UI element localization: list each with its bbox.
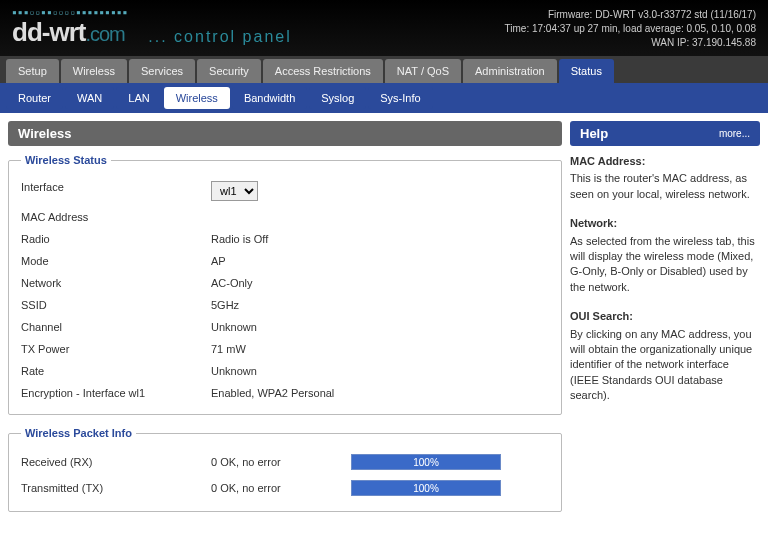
status-row-label: Network xyxy=(21,277,211,289)
main-tab-wireless[interactable]: Wireless xyxy=(61,59,127,83)
packet-info-legend: Wireless Packet Info xyxy=(21,427,136,439)
help-section: OUI Search:By clicking on any MAC addres… xyxy=(570,309,760,403)
status-row-label: TX Power xyxy=(21,343,211,355)
help-more-link[interactable]: more... xyxy=(719,128,750,139)
packet-bar: 100% xyxy=(351,454,501,470)
sub-tabs: RouterWANLANWirelessBandwidthSyslogSys-I… xyxy=(0,83,768,113)
logo-dots: ▪▪▪▫▫▪▪▫▫▫▫▪▪▪▪▪▪▪▪▪ xyxy=(12,8,128,17)
status-row: NetworkAC-Only xyxy=(21,272,549,294)
status-row: SSID5GHz xyxy=(21,294,549,316)
status-row: RateUnknown xyxy=(21,360,549,382)
packet-label: Received (RX) xyxy=(21,456,211,468)
interface-label: Interface xyxy=(21,181,211,201)
help-section-heading: Network: xyxy=(570,216,760,231)
interface-row: Interface wl1 xyxy=(21,176,549,206)
main-tab-security[interactable]: Security xyxy=(197,59,261,83)
packet-bar-fill: 100% xyxy=(352,455,500,469)
status-row-value: 71 mW xyxy=(211,343,246,355)
packet-row: Transmitted (TX)0 OK, no error100% xyxy=(21,475,549,501)
wan-ip-line: WAN IP: 37.190.145.88 xyxy=(505,36,756,50)
status-row-value: Unknown xyxy=(211,321,257,333)
status-row: ChannelUnknown xyxy=(21,316,549,338)
sub-tab-wireless[interactable]: Wireless xyxy=(164,87,230,109)
status-row-label: MAC Address xyxy=(21,211,211,223)
packet-value: 0 OK, no error xyxy=(211,482,351,494)
content-area: Wireless Wireless Status Interface wl1 M… xyxy=(0,113,768,532)
help-title-bar: Help more... xyxy=(570,121,760,146)
main-tab-status[interactable]: Status xyxy=(559,59,614,83)
status-row-label: SSID xyxy=(21,299,211,311)
status-row-label: Channel xyxy=(21,321,211,333)
main-tab-administration[interactable]: Administration xyxy=(463,59,557,83)
packet-value: 0 OK, no error xyxy=(211,456,351,468)
status-row-value: Radio is Off xyxy=(211,233,268,245)
status-row-label: Encryption - Interface wl1 xyxy=(21,387,211,399)
packet-row: Received (RX)0 OK, no error100% xyxy=(21,449,549,475)
help-section: Network:As selected from the wireless ta… xyxy=(570,216,760,295)
right-column: Help more... MAC Address:This is the rou… xyxy=(570,121,760,524)
status-row-value: Enabled, WPA2 Personal xyxy=(211,387,334,399)
status-row-label: Radio xyxy=(21,233,211,245)
logo: ▪▪▪▫▫▪▪▫▫▫▫▪▪▪▪▪▪▪▪▪ dd-wrt.com xyxy=(12,8,128,48)
header-info: Firmware: DD-WRT v3.0-r33772 std (11/16/… xyxy=(505,8,756,50)
help-section-text: By clicking on any MAC address, you will… xyxy=(570,327,760,404)
main-tabs: SetupWirelessServicesSecurityAccess Rest… xyxy=(0,56,768,83)
packet-bar: 100% xyxy=(351,480,501,496)
sub-tab-lan[interactable]: LAN xyxy=(116,87,161,109)
status-row-value: Unknown xyxy=(211,365,257,377)
status-row: ModeAP xyxy=(21,250,549,272)
sub-tab-syslog[interactable]: Syslog xyxy=(309,87,366,109)
wireless-status-legend: Wireless Status xyxy=(21,154,111,166)
status-row-value: 5GHz xyxy=(211,299,239,311)
packet-info-fieldset: Wireless Packet Info Received (RX)0 OK, … xyxy=(8,427,562,512)
sub-tab-bandwidth[interactable]: Bandwidth xyxy=(232,87,307,109)
packet-label: Transmitted (TX) xyxy=(21,482,211,494)
status-row: MAC Address xyxy=(21,206,549,228)
main-tab-nat-qos[interactable]: NAT / QoS xyxy=(385,59,461,83)
time-line: Time: 17:04:37 up 27 min, load average: … xyxy=(505,22,756,36)
page-title: Wireless xyxy=(8,121,562,146)
main-tab-services[interactable]: Services xyxy=(129,59,195,83)
help-section-text: This is the router's MAC address, as see… xyxy=(570,171,760,202)
status-row-label: Mode xyxy=(21,255,211,267)
status-row-value: AC-Only xyxy=(211,277,253,289)
wireless-status-fieldset: Wireless Status Interface wl1 MAC Addres… xyxy=(8,154,562,415)
status-row: Encryption - Interface wl1Enabled, WPA2 … xyxy=(21,382,549,404)
help-title-text: Help xyxy=(580,126,608,141)
help-section-heading: MAC Address: xyxy=(570,154,760,169)
status-row: TX Power71 mW xyxy=(21,338,549,360)
status-row-value: AP xyxy=(211,255,226,267)
help-section: MAC Address:This is the router's MAC add… xyxy=(570,154,760,202)
status-row: RadioRadio is Off xyxy=(21,228,549,250)
sub-tab-wan[interactable]: WAN xyxy=(65,87,114,109)
header-bar: ▪▪▪▫▫▪▪▫▫▫▫▪▪▪▪▪▪▪▪▪ dd-wrt.com ... cont… xyxy=(0,0,768,56)
help-section-heading: OUI Search: xyxy=(570,309,760,324)
interface-select[interactable]: wl1 xyxy=(211,181,258,201)
control-panel-text: ... control panel xyxy=(148,28,291,46)
sub-tab-sys-info[interactable]: Sys-Info xyxy=(368,87,432,109)
sub-tab-router[interactable]: Router xyxy=(6,87,63,109)
packet-bar-fill: 100% xyxy=(352,481,500,495)
main-tab-access-restrictions[interactable]: Access Restrictions xyxy=(263,59,383,83)
help-section-text: As selected from the wireless tab, this … xyxy=(570,234,760,296)
left-column: Wireless Wireless Status Interface wl1 M… xyxy=(8,121,562,524)
firmware-line: Firmware: DD-WRT v3.0-r33772 std (11/16/… xyxy=(505,8,756,22)
status-row-label: Rate xyxy=(21,365,211,377)
logo-text: dd-wrt.com xyxy=(12,17,128,48)
main-tab-setup[interactable]: Setup xyxy=(6,59,59,83)
